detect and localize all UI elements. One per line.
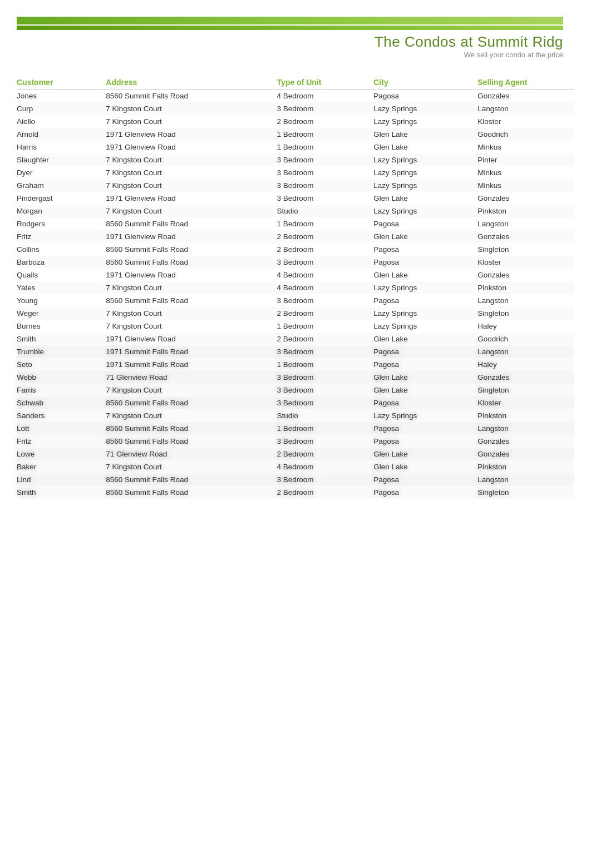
table-cell: 8560 Summit Falls Road <box>106 217 277 230</box>
table-cell-blurred: 8560 Summit Falls Road <box>106 435 277 448</box>
table-cell-blurred: 2 Bedroom <box>277 486 374 499</box>
table-row: Morgan7 Kingston CourtStudioLazy Springs… <box>17 205 574 217</box>
table-cell: Minkus <box>477 166 574 179</box>
table-cell: Lazy Springs <box>373 153 477 166</box>
table-cell: 1971 Glenview Road <box>106 333 277 345</box>
table-row-blurred: Fritz8560 Summit Falls Road3 BedroomPago… <box>17 435 574 448</box>
table-cell-blurred: Glen Lake <box>373 384 477 396</box>
table-cell: Langston <box>477 102 574 115</box>
table-cell: Glen Lake <box>373 192 477 205</box>
table-cell: Gonzales <box>477 269 574 281</box>
table-cell: Singleton <box>477 307 574 320</box>
table-cell-blurred: Pagosa <box>373 486 477 499</box>
table-cell-blurred: Pagosa <box>373 345 477 358</box>
table-cell: 8560 Summit Falls Road <box>106 256 277 269</box>
table-cell: Pagosa <box>373 294 477 307</box>
table-cell-blurred: Seto <box>17 358 106 371</box>
table-cell: 3 Bedroom <box>277 192 374 205</box>
col-header-city: City <box>373 76 477 90</box>
table-cell-blurred: Langston <box>477 422 574 435</box>
table-row-blurred: Sanders7 Kingston CourtStudioLazy Spring… <box>17 409 574 422</box>
table-cell: Langston <box>477 294 574 307</box>
col-header-customer: Customer <box>17 76 106 90</box>
col-header-address: Address <box>106 76 277 90</box>
table-cell: Dyer <box>17 166 106 179</box>
table-row-blurred: Lind8560 Summit Falls Road3 BedroomPagos… <box>17 473 574 486</box>
page-wrapper: The Condos at Summit Ridg We sell your c… <box>0 0 591 510</box>
table-cell: 3 Bedroom <box>277 166 374 179</box>
table-cell: 7 Kingston Court <box>106 320 277 333</box>
table-cell-blurred: 7 Kingston Court <box>106 460 277 473</box>
table-cell: Lazy Springs <box>373 179 477 192</box>
table-cell-blurred: 1 Bedroom <box>277 358 374 371</box>
table-cell: 8560 Summit Falls Road <box>106 90 277 103</box>
table-cell-blurred: Pinkston <box>477 409 574 422</box>
table-cell: 8560 Summit Falls Road <box>106 294 277 307</box>
table-cell: Slaughter <box>17 153 106 166</box>
table-cell: Lazy Springs <box>373 166 477 179</box>
table-cell-blurred: Fritz <box>17 435 106 448</box>
table-cell-blurred: Sanders <box>17 409 106 422</box>
table-row-blurred: Lowe71 Glenview Road2 BedroomGlen LakeGo… <box>17 448 574 460</box>
table-cell: 2 Bedroom <box>277 333 374 345</box>
table-cell: Harris <box>17 141 106 153</box>
table-row: Aiello7 Kingston Court2 BedroomLazy Spri… <box>17 115 574 128</box>
table-cell-blurred: Glen Lake <box>373 371 477 384</box>
table-cell-blurred: 8560 Summit Falls Road <box>106 396 277 409</box>
header-banner: The Condos at Summit Ridg We sell your c… <box>17 11 574 65</box>
table-cell: Glen Lake <box>373 128 477 141</box>
table-row: Jones8560 Summit Falls Road4 BedroomPago… <box>17 90 574 103</box>
header-bar-top <box>17 17 563 24</box>
table-cell: Lazy Springs <box>373 307 477 320</box>
table-cell: Gonzales <box>477 90 574 103</box>
table-row-blurred: Baker7 Kingston Court4 BedroomGlen LakeP… <box>17 460 574 473</box>
table-cell: Glen Lake <box>373 230 477 243</box>
table-cell-blurred: Baker <box>17 460 106 473</box>
table-cell: 7 Kingston Court <box>106 205 277 217</box>
table-cell-blurred: Pagosa <box>373 435 477 448</box>
table-cell: Minkus <box>477 179 574 192</box>
table-row: Arnold1971 Glenview Road1 BedroomGlen La… <box>17 128 574 141</box>
table-row-blurred: Seto1971 Summit Falls Road1 BedroomPagos… <box>17 358 574 371</box>
table-row: Fritz1971 Glenview Road2 BedroomGlen Lak… <box>17 230 574 243</box>
table-cell-blurred: 71 Glenview Road <box>106 448 277 460</box>
table-cell: 7 Kingston Court <box>106 281 277 294</box>
table-cell-blurred: 7 Kingston Court <box>106 384 277 396</box>
table-cell-blurred: Gonzales <box>477 448 574 460</box>
table-cell-blurred: Schwab <box>17 396 106 409</box>
table-cell: 1971 Glenview Road <box>106 128 277 141</box>
table-cell-blurred: Studio <box>277 409 374 422</box>
table-cell: 1971 Glenview Road <box>106 230 277 243</box>
table-cell: Pagosa <box>373 90 477 103</box>
table-row: Slaughter7 Kingston Court3 BedroomLazy S… <box>17 153 574 166</box>
table-cell: Collins <box>17 243 106 256</box>
table-cell: 1971 Glenview Road <box>106 141 277 153</box>
table-row-blurred: Trumble1971 Summit Falls Road3 BedroomPa… <box>17 345 574 358</box>
table-cell: 1 Bedroom <box>277 320 374 333</box>
table-cell-blurred: Langston <box>477 473 574 486</box>
table-cell: Lazy Springs <box>373 115 477 128</box>
table-cell: 3 Bedroom <box>277 153 374 166</box>
table-cell: 3 Bedroom <box>277 256 374 269</box>
table-cell: Glen Lake <box>373 269 477 281</box>
table-cell: Langston <box>477 217 574 230</box>
table-cell: Pagosa <box>373 217 477 230</box>
table-cell: Glen Lake <box>373 333 477 345</box>
table-cell: 1971 Glenview Road <box>106 192 277 205</box>
table-cell: Pagosa <box>373 243 477 256</box>
table-cell-blurred: 4 Bedroom <box>277 460 374 473</box>
table-cell-blurred: Pagosa <box>373 358 477 371</box>
table-cell: Fritz <box>17 230 106 243</box>
table-cell: Singleton <box>477 243 574 256</box>
table-row: Rodgers8560 Summit Falls Road1 BedroomPa… <box>17 217 574 230</box>
table-cell-blurred: 3 Bedroom <box>277 435 374 448</box>
col-header-type: Type of Unit <box>277 76 374 90</box>
table-row: Yates7 Kingston Court4 BedroomLazy Sprin… <box>17 281 574 294</box>
table-row: Pindergast1971 Glenview Road3 BedroomGle… <box>17 192 574 205</box>
table-row: Curp7 Kingston Court3 BedroomLazy Spring… <box>17 102 574 115</box>
table-cell-blurred: Glen Lake <box>373 448 477 460</box>
table-cell: Kloster <box>477 115 574 128</box>
table-cell-blurred: Gonzales <box>477 435 574 448</box>
table-cell: 2 Bedroom <box>277 243 374 256</box>
table-row: Graham7 Kingston Court3 BedroomLazy Spri… <box>17 179 574 192</box>
